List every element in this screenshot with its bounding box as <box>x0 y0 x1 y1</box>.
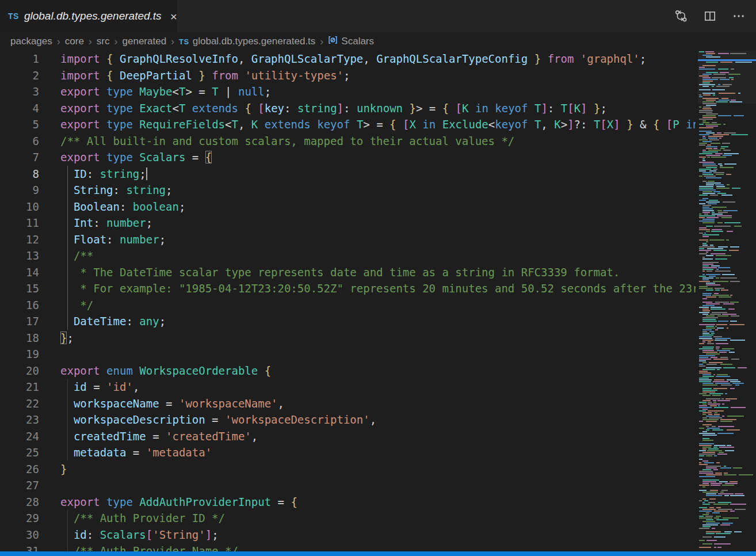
code-line[interactable]: 19 <box>0 346 696 363</box>
line-number[interactable]: 15 <box>0 280 39 297</box>
line-number[interactable]: 18 <box>0 330 39 346</box>
code-line-text: */ <box>60 297 696 314</box>
code-line[interactable]: 8 ID: string; <box>0 166 696 182</box>
line-number[interactable]: 23 <box>0 412 39 428</box>
line-number[interactable]: 27 <box>0 477 39 494</box>
close-icon[interactable]: × <box>170 10 177 22</box>
code-line[interactable]: 3export type Maybe<T> = T | null; <box>0 83 696 100</box>
breadcrumb-item-packages[interactable]: packages <box>10 36 52 47</box>
editor[interactable]: 1import { GraphQLResolveInfo, GraphQLSca… <box>0 51 756 556</box>
line-number[interactable]: 7 <box>0 149 39 166</box>
line-number[interactable]: 22 <box>0 395 39 412</box>
code-line-text: id = 'id', <box>60 379 696 395</box>
minimap[interactable] <box>698 51 756 551</box>
breadcrumb-item-file[interactable]: TS global.db.types.generated.ts <box>179 36 315 47</box>
typescript-file-icon: TS <box>8 12 19 21</box>
split-editor-icon[interactable] <box>703 9 717 23</box>
code-line[interactable]: 30 id: Scalars['String']; <box>0 527 696 543</box>
code-line[interactable]: 10 Boolean: boolean; <box>0 199 696 215</box>
line-number[interactable]: 14 <box>0 264 39 281</box>
breadcrumb-item-scalars[interactable]: Scalars <box>328 35 374 48</box>
status-bar <box>0 551 756 556</box>
code-line[interactable]: 5export type RequireFields<T, K extends … <box>0 116 696 133</box>
code-line[interactable]: 24 createdTime = 'createdTime', <box>0 428 696 445</box>
tab-global-db-types[interactable]: TS global.db.types.generated.ts × <box>0 0 177 32</box>
code-line[interactable]: 21 id = 'id', <box>0 379 696 395</box>
code-line[interactable]: 12 Float: number; <box>0 231 696 248</box>
line-number[interactable]: 21 <box>0 379 39 395</box>
tab-bar: TS global.db.types.generated.ts × <box>0 0 756 32</box>
line-number[interactable]: 29 <box>0 510 39 527</box>
line-number[interactable]: 10 <box>0 199 39 215</box>
code-line[interactable]: 1import { GraphQLResolveInfo, GraphQLSca… <box>0 51 696 67</box>
code-line[interactable]: 15 * For example: "1985-04-12T23:20:50.5… <box>0 280 696 297</box>
code-line-text: * The DateTime scalar type represents da… <box>60 264 696 281</box>
code-line[interactable]: 7export type Scalars = { <box>0 149 696 166</box>
chevron-right-icon: › <box>320 36 323 48</box>
tab-title: global.db.types.generated.ts <box>24 10 162 22</box>
chevron-right-icon: › <box>57 36 60 48</box>
line-number[interactable]: 1 <box>0 51 39 67</box>
editor-actions <box>674 0 756 32</box>
line-number[interactable]: 24 <box>0 428 39 445</box>
code-pane[interactable]: 1import { GraphQLResolveInfo, GraphQLSca… <box>0 51 696 556</box>
line-number[interactable]: 19 <box>0 346 39 363</box>
code-line[interactable]: 2import { DeepPartial } from 'utility-ty… <box>0 67 696 84</box>
code-line[interactable]: 4export type Exact<T extends { [key: str… <box>0 100 696 117</box>
code-line-text: export type RequireFields<T, K extends k… <box>60 116 696 133</box>
line-number[interactable]: 16 <box>0 297 39 314</box>
code-line[interactable]: 20export enum WorkspaceOrderable { <box>0 363 696 379</box>
code-line[interactable]: 16 */ <box>0 297 696 314</box>
code-line[interactable]: 27 <box>0 477 696 494</box>
code-line[interactable]: 17 DateTime: any; <box>0 313 696 330</box>
typescript-file-icon: TS <box>179 37 189 46</box>
code-line[interactable]: 23 workspaceDescription = 'workspaceDesc… <box>0 412 696 428</box>
line-number[interactable]: 5 <box>0 116 39 133</box>
breadcrumb-item-generated[interactable]: generated <box>123 36 167 47</box>
line-number[interactable]: 26 <box>0 461 39 478</box>
more-actions-icon[interactable] <box>732 9 746 23</box>
code-line[interactable]: 29 /** Auth Provider ID */ <box>0 510 696 527</box>
line-number[interactable]: 8 <box>0 166 39 182</box>
code-line[interactable]: 9 String: string; <box>0 182 696 199</box>
line-number[interactable]: 20 <box>0 363 39 379</box>
line-number[interactable]: 6 <box>0 133 39 150</box>
breadcrumb: packages › core › src › generated › TS g… <box>0 32 756 51</box>
code-line[interactable]: 14 * The DateTime scalar type represents… <box>0 264 696 281</box>
code-line-text: DateTime: any; <box>60 313 696 330</box>
code-line-text <box>60 346 696 363</box>
code-line-text: metadata = 'metadata' <box>60 444 696 461</box>
code-line-text: Float: number; <box>60 231 696 248</box>
code-line[interactable]: 13 /** <box>0 247 696 264</box>
code-line[interactable]: 11 Int: number; <box>0 215 696 231</box>
line-number[interactable]: 4 <box>0 100 39 117</box>
line-number[interactable]: 13 <box>0 247 39 264</box>
line-number[interactable]: 9 <box>0 182 39 199</box>
line-number[interactable]: 3 <box>0 83 39 100</box>
line-number[interactable]: 2 <box>0 67 39 84</box>
code-line[interactable]: 18}; <box>0 330 696 346</box>
line-number[interactable]: 30 <box>0 527 39 543</box>
open-changes-icon[interactable] <box>674 9 688 23</box>
breadcrumb-item-src[interactable]: src <box>97 36 110 47</box>
code-line-text: export enum WorkspaceOrderable { <box>60 363 696 379</box>
code-line-text: workspaceDescription = 'workspaceDescrip… <box>60 412 696 428</box>
breadcrumb-item-core[interactable]: core <box>65 36 84 47</box>
code-line[interactable]: 6/** All built-in and custom scalars, ma… <box>0 133 696 150</box>
code-line-text: Int: number; <box>60 215 696 231</box>
code-line-text: export type Maybe<T> = T | null; <box>60 83 696 100</box>
line-number[interactable]: 17 <box>0 313 39 330</box>
code-line-text: workspaceName = 'workspaceName', <box>60 395 696 412</box>
line-number[interactable]: 11 <box>0 215 39 231</box>
code-line[interactable]: 28export type AddAuthProviderInput = { <box>0 494 696 511</box>
code-line[interactable]: 26} <box>0 461 696 478</box>
code-line-text: String: string; <box>60 182 696 199</box>
code-line-text <box>60 477 696 494</box>
line-number[interactable]: 12 <box>0 231 39 248</box>
line-number[interactable]: 25 <box>0 444 39 461</box>
line-number[interactable]: 28 <box>0 494 39 511</box>
code-line-text: export type AddAuthProviderInput = { <box>60 494 696 511</box>
code-line[interactable]: 25 metadata = 'metadata' <box>0 444 696 461</box>
code-line[interactable]: 22 workspaceName = 'workspaceName', <box>0 395 696 412</box>
code-line-text: /** <box>60 247 696 264</box>
